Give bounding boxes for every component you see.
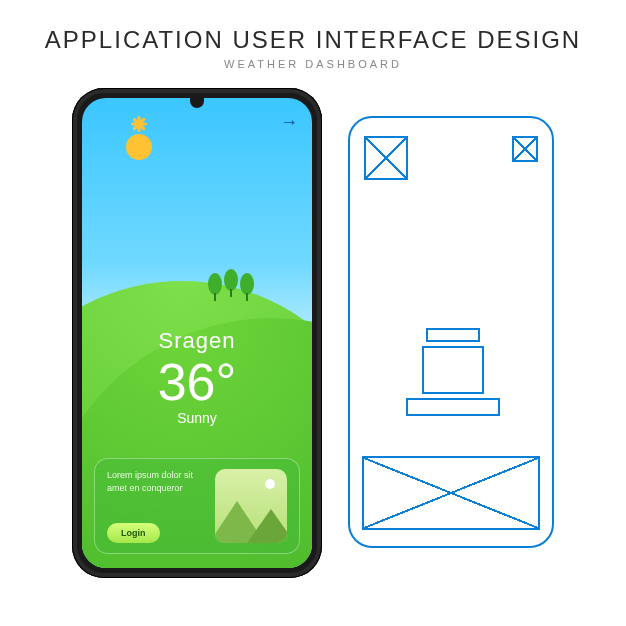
- login-button[interactable]: Login: [107, 523, 160, 543]
- card-copy: Lorem ipsum dolor sit amet en conqueror: [107, 469, 205, 494]
- tree-icon: [240, 273, 254, 301]
- city-label: Sragen: [82, 328, 312, 354]
- phone-frame: → Sragen 36° Sunny Lorem ipsum dolor sit…: [72, 88, 322, 578]
- tree-icon: [208, 273, 222, 301]
- temperature-value: 36°: [82, 356, 312, 408]
- wireframe-frame: [348, 116, 554, 548]
- sun-icon: [126, 134, 152, 160]
- weather-readout: Sragen 36° Sunny: [82, 328, 312, 426]
- wireframe-arrow-placeholder: [512, 136, 538, 162]
- tree-icon: [224, 269, 238, 297]
- content-row: → Sragen 36° Sunny Lorem ipsum dolor sit…: [0, 88, 626, 578]
- page-subtitle: WEATHER DASHBOARD: [224, 58, 402, 70]
- phone-screen: → Sragen 36° Sunny Lorem ipsum dolor sit…: [82, 98, 312, 568]
- info-card: Lorem ipsum dolor sit amet en conqueror …: [94, 458, 300, 554]
- next-arrow-icon[interactable]: →: [280, 112, 298, 133]
- wireframe-condition-placeholder: [406, 398, 500, 416]
- condition-label: Sunny: [82, 410, 312, 426]
- wireframe-card-placeholder: [362, 456, 540, 530]
- card-thumbnail: [215, 469, 287, 543]
- page-title: APPLICATION USER INTERFACE DESIGN: [45, 26, 581, 54]
- wireframe-city-placeholder: [426, 328, 480, 342]
- wireframe-temp-placeholder: [422, 346, 484, 394]
- wireframe-sun-placeholder: [364, 136, 408, 180]
